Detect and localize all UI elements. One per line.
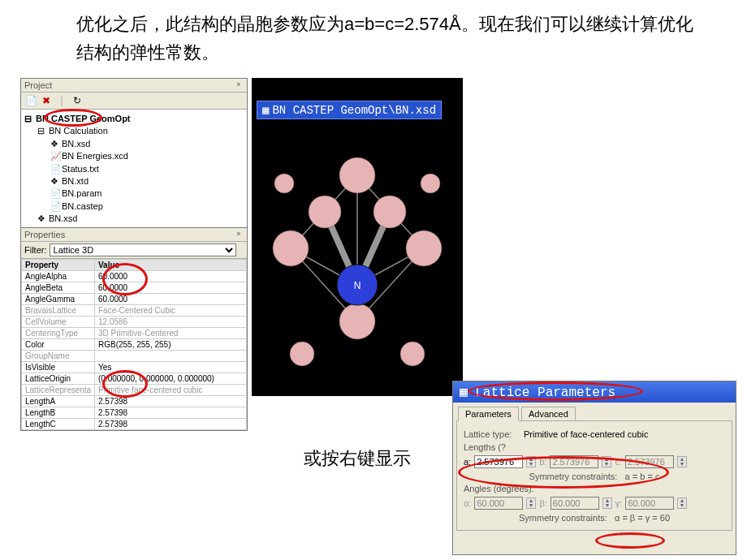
tree-item-label: Status.txt (62, 164, 99, 174)
spinner-icon: ▴▾ (677, 456, 687, 467)
length-constraint-value: a = b = c (625, 472, 660, 481)
tree-item[interactable]: ⊟BN Calculation (37, 125, 244, 137)
spinner-icon: ▴▾ (602, 498, 612, 508)
length-b-input (550, 455, 598, 468)
tree-item-label: BN Energies.xcd (62, 151, 128, 161)
table-row[interactable]: LengthA2.57398 (22, 396, 247, 407)
table-row[interactable]: ColorRGB(255, 255, 255) (22, 339, 247, 351)
property-value-cell[interactable]: 12.0586 (95, 317, 247, 328)
table-row[interactable]: BravaisLatticeFace-Centered Cubic (22, 305, 247, 317)
svg-point-14 (309, 196, 341, 228)
length-b-label: b: (539, 457, 546, 467)
window-icon: ▦ (262, 103, 269, 117)
tree-expand-icon[interactable]: 📄 (50, 163, 62, 175)
tab-advanced[interactable]: Advanced (521, 407, 576, 420)
property-value-cell[interactable]: 2.57398 (95, 396, 247, 407)
property-value-cell[interactable]: Face-Centered Cubic (95, 305, 247, 317)
angle-constraint-value: α = β = γ = 60 (615, 513, 670, 523)
length-a-input[interactable] (474, 455, 523, 468)
viewer-titlebar[interactable]: ▦ BN CASTEP GeomOpt\BN.xsd (257, 101, 442, 119)
lattice-type-label: Lattice type: (464, 429, 520, 439)
column-header-value[interactable]: Value (95, 260, 247, 271)
property-value-cell[interactable]: 60.0000 (95, 294, 247, 305)
tree-item-label: BN.xsd (62, 139, 90, 149)
tree-item[interactable]: 📄BN.castep (50, 200, 244, 213)
property-name-cell: LatticeRepresenta (22, 385, 95, 396)
tree-expand-icon[interactable]: ❖ (37, 213, 49, 225)
window-icon: ▦ (460, 386, 468, 400)
property-value-cell[interactable]: 60.0000 (95, 282, 247, 294)
property-value-cell[interactable]: 60.0000 (95, 271, 247, 282)
tree-expand-icon[interactable]: ⊟ (37, 125, 49, 137)
table-row[interactable]: AngleBeta60.0000 (22, 282, 247, 294)
table-row[interactable]: AngleAlpha60.0000 (22, 271, 247, 282)
refresh-icon[interactable]: ↻ (71, 94, 84, 107)
property-value-cell[interactable] (95, 351, 247, 362)
tree-item[interactable]: 📄BN.param (50, 187, 244, 200)
filter-select[interactable]: Lattice 3D (50, 243, 236, 256)
lattice-dialog-titlebar[interactable]: ▦ Lattice Parameters (453, 381, 736, 403)
property-value-cell[interactable]: RGB(255, 255, 255) (95, 339, 247, 351)
lattice-type-value: Primitive of face-centered cubic (524, 429, 648, 439)
tree-item[interactable]: ❖BN.xtd (50, 175, 244, 187)
tree-item[interactable]: 📄Status.txt (50, 163, 244, 175)
properties-title-text: Properties (24, 230, 65, 239)
svg-point-10 (339, 157, 375, 193)
svg-point-18 (274, 174, 294, 193)
tree-item[interactable]: ⊟BN CASTEP GeomOpt (24, 113, 244, 125)
length-a-label: a: (464, 457, 471, 467)
panel-close-button[interactable]: × (234, 80, 244, 90)
table-row[interactable]: GroupName (22, 351, 247, 362)
lattice-title-text: Lattice Parameters (475, 386, 615, 400)
property-name-cell: LengthB (22, 407, 95, 419)
panel-close-button[interactable]: × (234, 230, 244, 239)
table-row[interactable]: LengthB2.57398 (22, 407, 247, 419)
tab-body: Lattice type: Primitive of face-centered… (456, 420, 732, 531)
property-value-cell[interactable]: (0.000000, 0.000000, 0.000000) (95, 373, 247, 385)
column-header-property[interactable]: Property (22, 260, 95, 271)
tree-item[interactable]: 📈BN Energies.xcd (50, 150, 244, 162)
tree-item-label: BN Calculation (49, 126, 108, 136)
angle-gamma-input (625, 497, 674, 510)
angle-alpha-label: α: (464, 498, 471, 508)
tree-item[interactable]: ❖BN.xsd (50, 138, 244, 150)
new-doc-icon[interactable]: 📄 (24, 94, 37, 107)
property-name-cell: LengthA (22, 396, 95, 407)
tree-expand-icon[interactable]: 📄 (50, 187, 62, 200)
angle-beta-input (551, 497, 599, 510)
tree-item[interactable]: ❖BN.xsd (37, 213, 244, 225)
filter-label: Filter: (24, 245, 47, 255)
properties-grid[interactable]: Property Value AngleAlpha60.0000AngleBet… (21, 259, 247, 430)
property-value-cell[interactable]: 2.57398 (95, 407, 247, 419)
table-row[interactable]: IsVisibleYes (22, 362, 247, 373)
property-value-cell[interactable]: Primitive face-centered cubic (95, 385, 247, 396)
close-icon[interactable]: ✖ (40, 94, 53, 107)
tree-expand-icon[interactable]: 📄 (50, 200, 62, 213)
table-row[interactable]: CenteringType3D Primitive-Centered (22, 328, 247, 339)
length-c-input (625, 455, 674, 468)
lattice-parameters-dialog: ▦ Lattice Parameters Parameters Advanced… (452, 381, 736, 555)
project-toolbar: 📄 ✖ | ↻ (21, 93, 247, 110)
property-value-cell[interactable]: Yes (95, 362, 247, 373)
table-row[interactable]: LengthC2.57398 (22, 419, 247, 430)
spinner-icon[interactable]: ▴▾ (526, 456, 536, 467)
tree-expand-icon[interactable]: ❖ (50, 175, 62, 187)
table-row[interactable]: AngleGamma60.0000 (22, 294, 247, 305)
svg-point-13 (339, 304, 375, 339)
angles-section-label: Angles (degrees): (464, 484, 725, 493)
property-name-cell: CenteringType (22, 328, 95, 339)
length-constraint-label: Symmetry constraints: (529, 472, 618, 481)
property-value-cell[interactable]: 3D Primitive-Centered (95, 328, 247, 339)
tree-expand-icon[interactable]: 📈 (50, 150, 62, 162)
atom-label-n: N (354, 280, 361, 291)
table-row[interactable]: CellVolume12.0586 (22, 317, 247, 328)
table-row[interactable]: LatticeOrigin(0.000000, 0.000000, 0.0000… (22, 373, 247, 385)
tab-parameters[interactable]: Parameters (458, 407, 519, 421)
tree-expand-icon[interactable]: ❖ (50, 138, 62, 150)
project-tree[interactable]: ⊟BN CASTEP GeomOpt⊟BN Calculation❖BN.xsd… (21, 110, 247, 231)
property-value-cell[interactable]: 2.57398 (95, 419, 247, 430)
structure-viewer[interactable]: N ▦ BN CASTEP GeomOpt\BN.xsd (252, 78, 463, 396)
tree-expand-icon[interactable]: ⊟ (24, 113, 36, 125)
svg-point-12 (406, 230, 442, 266)
table-row[interactable]: LatticeRepresentaPrimitive face-centered… (22, 385, 247, 396)
